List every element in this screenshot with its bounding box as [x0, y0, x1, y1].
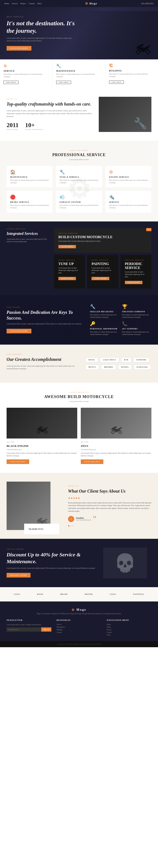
periodic-card: Special Service Periodic Service Lorem i… — [120, 255, 151, 288]
test-title: What Our Client Says About Us — [68, 488, 151, 494]
pro-card-title-4: Brake Service — [10, 201, 49, 203]
pro-card-text-1: Duis minim est veniam ullamcorper esse e… — [10, 179, 49, 184]
stat-exp-label: Years Experience — [25, 129, 43, 130]
footer-link-contact[interactable]: Contact — [56, 631, 102, 633]
passion-title-4: 24/7 Support — [122, 328, 151, 330]
hero-section: Best Service It's not the destination. I… — [0, 7, 158, 59]
nav-home[interactable]: Home — [4, 2, 9, 5]
nav-more[interactable]: More — [38, 2, 42, 5]
dark-title: Integrated Services — [7, 231, 50, 236]
test-stars: ★★★★★ — [68, 497, 151, 500]
about-image — [99, 97, 151, 132]
gallery-date-2: June 1 2020 — [81, 441, 88, 443]
service-title-1: Service — [3, 70, 49, 72]
gallery-item-title-2: Zeus — [81, 444, 151, 448]
footer-nav-team[interactable]: Team — [107, 634, 151, 636]
footer-nav-home[interactable]: Home — [107, 623, 151, 625]
footer-link-service[interactable]: Service — [56, 623, 102, 625]
footer-link-building[interactable]: Building — [56, 629, 102, 631]
tune-button[interactable]: Learn More — [58, 277, 76, 280]
gallery-button-1[interactable]: View Gallery — [7, 459, 29, 464]
accomplish-title: Our Greatest Accomplishment — [7, 356, 79, 362]
service-learn-1[interactable]: Learn More — [3, 81, 18, 84]
stat-year-label: Open Store — [7, 129, 18, 130]
footer-nav-service[interactable]: Service — [107, 629, 151, 631]
gallery-item-sub-1: Club Build Motorcycle — [7, 448, 77, 451]
dot-3[interactable] — [72, 525, 74, 526]
painting-button[interactable]: Learn More — [91, 277, 109, 280]
testimonial-section: Top Quality Service About Us What Our Cl… — [0, 473, 158, 539]
passion-text: Lorem ipsum dolor sit amet, consectetur … — [7, 322, 83, 326]
pro-card-text-6: Duis minim est veniam ullamcorper esse e… — [109, 204, 148, 209]
build-card-text: Lorem ipsum dolor sit amet ullamcorper a… — [58, 240, 147, 242]
passion-label: Our Values — [7, 306, 83, 308]
discover-more-button[interactable]: Discover More — [7, 46, 31, 51]
pro-label: What We Offer — [7, 150, 151, 151]
passion-button[interactable]: Discover More — [7, 329, 31, 333]
build-card-button[interactable]: Learn More — [58, 245, 76, 248]
footer-nav-about[interactable]: About — [107, 626, 151, 628]
accomplish-label: Our Partner — [7, 353, 79, 355]
periodic-title: Periodic Service — [125, 262, 147, 270]
about-title: Top-quality craftsmanship with hands-on … — [7, 101, 92, 107]
dot-1[interactable] — [68, 525, 69, 526]
passion-text-2: Duis minim est veniam ullamcorper esse e… — [122, 314, 151, 319]
nav-contact[interactable]: Contact — [29, 2, 35, 5]
tune-text: Lorem ipsum dolor sit amet ullamcorper a… — [58, 267, 81, 274]
discount-title: Discount Up to 40% for Service & Mainten… — [7, 551, 96, 565]
logo-3: KYB — [121, 358, 131, 363]
accomplish-section: Our Partner Our Greatest Accomplishment … — [0, 345, 158, 383]
pro-service-section: What We Offer Professional Service Lorem… — [0, 141, 158, 221]
nav-service[interactable]: Service — [12, 2, 18, 5]
quote-icon: " — [93, 516, 96, 523]
footer-resources-col: Resources Service Maintanance Building C… — [56, 619, 102, 637]
passion-title-3: Personal Showroom — [90, 328, 119, 330]
painting-label: Paint Service — [91, 259, 114, 261]
build-card-title: Build Custom Motorcycle — [58, 235, 147, 239]
footer-link-maintenance[interactable]: Maintanance — [56, 626, 102, 628]
passion-title: Passion And Dedication Are Keys To Succe… — [7, 309, 83, 321]
tune-card: Paint Service Tune Up Lorem ipsum dolor … — [54, 255, 85, 288]
pro-card-4: 🛑 Brake Service Duis minim est veniam ul… — [7, 191, 52, 213]
dot-2[interactable] — [70, 525, 72, 526]
newsletter-email-input[interactable] — [7, 627, 41, 631]
pro-card-2: 🔧 Tune & Wheels Duis minim est veniam ul… — [56, 166, 102, 188]
discount-section: Special Promo Discount Up to 40% for Ser… — [0, 539, 158, 587]
service-icon-3: 🏗 — [109, 64, 155, 68]
service-box-1: ⚙ Service Duis minim est veniam ullamcor… — [0, 60, 53, 88]
test-role: Club Build Motorcycle — [76, 519, 91, 521]
service-box-2: 🔧 Maintenance Duis minim est veniam ulla… — [53, 60, 105, 88]
passion-text-1: Duis minim est veniam ullamcorper esse e… — [90, 314, 119, 319]
service-icon-2: 🔧 — [56, 64, 102, 68]
footer-newsletter-text: Lorem ipsum dolor sit amet, insights and… — [7, 623, 51, 626]
pro-card-text-3: Duis minim est veniam ullamcorper esse e… — [109, 179, 148, 184]
pro-card-6: 🔩 Service Duis minim est veniam ullamcor… — [106, 191, 151, 213]
brand-1: ROAD — [36, 592, 44, 596]
gallery-item-2: June 1 2020 Zeus Club Build Motorcycle L… — [81, 408, 151, 464]
pro-card-3: ⚙ Engine Service Duis minim est veniam u… — [106, 166, 151, 188]
dark-text: Lorem ipsum dolor sit amet, consectetur … — [7, 238, 50, 243]
passion-card-3: 🔑 Personal Showroom Duis minim est venia… — [90, 321, 119, 336]
brand-0: LOGO — [13, 592, 21, 596]
service-learn-2[interactable]: Learn More — [56, 81, 71, 84]
gallery-button-2[interactable]: View Gallery — [81, 459, 103, 464]
pro-card-title-6: Service — [109, 201, 148, 203]
gallery-title: Awesome Build Motorcycle — [7, 395, 151, 399]
gallery-label: Latest Projects — [7, 392, 151, 393]
build-card-label: Special Service — [58, 232, 147, 234]
gallery-item-text-2: Lorem ipsum dolor sit amet, consectetur … — [81, 452, 151, 457]
passion-card-1: 🔧 Skilled Mechanic Duis minim est veniam… — [90, 304, 119, 319]
nav-links[interactable]: Home Service Project Contact More — [4, 2, 42, 5]
moge-icon: ⚙ — [85, 2, 88, 5]
nav-project[interactable]: Project — [21, 2, 26, 5]
discount-button[interactable]: Request More — [7, 573, 31, 578]
gallery-date-1: June 1 2020 — [7, 441, 14, 443]
periodic-label: Special Service — [125, 259, 147, 261]
footer-nav-contact[interactable]: Contact — [107, 631, 151, 633]
newsletter-signup-button[interactable]: Sign UP — [41, 627, 51, 631]
periodic-button[interactable]: Learn More — [125, 281, 143, 284]
passion-section: Our Values Passion And Dedication Are Ke… — [0, 295, 158, 345]
navigation[interactable]: Home Service Project Contact More ⚙ Moge… — [0, 0, 158, 7]
service-learn-3[interactable]: Learn More — [109, 81, 124, 84]
pro-subtitle: Lorem ipsum dolor sit amet — [7, 159, 151, 160]
